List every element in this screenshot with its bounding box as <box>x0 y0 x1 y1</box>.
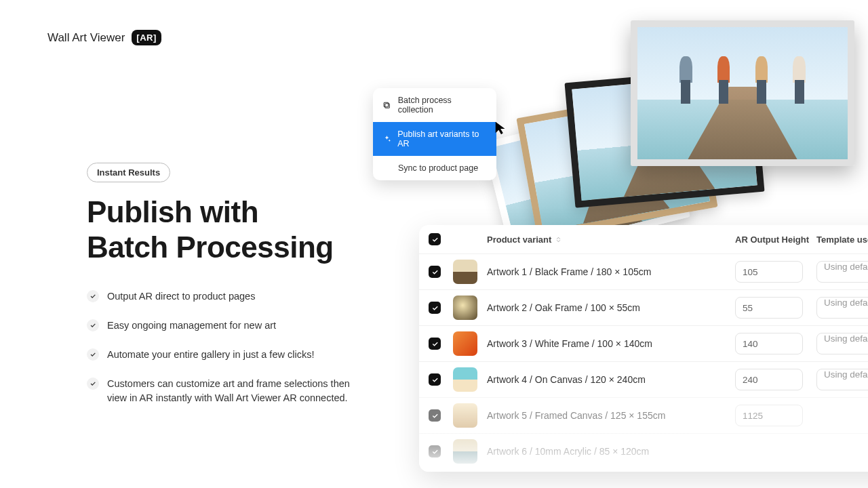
variant-label: Artwork 1 / Black Frame / 180 × 105cm <box>487 266 735 277</box>
menu-item-icon <box>382 163 392 173</box>
variant-label: Artwork 6 / 10mm Acrylic / 85 × 120cm <box>487 446 735 457</box>
check-icon <box>87 348 99 361</box>
variant-label: Artwork 5 / Framed Canvas / 125 × 155cm <box>487 410 735 421</box>
menu-item-batch-process-collection[interactable]: Batch process collection <box>373 88 496 122</box>
artwork-thumbnail <box>453 403 477 428</box>
illustration-stage: Batch process collectionPublish art vari… <box>380 0 868 488</box>
menu-item-icon <box>382 134 391 144</box>
cursor-icon <box>494 121 509 138</box>
menu-item-label: Batch process collection <box>398 96 487 115</box>
variant-label: Artwork 4 / On Canvas / 120 × 240cm <box>487 374 735 385</box>
headline: Publish with Batch Processing <box>87 195 372 265</box>
artwork-frame-hero <box>631 20 854 166</box>
menu-item-label: Sync to product page <box>398 163 478 173</box>
row-checkbox[interactable] <box>429 409 441 422</box>
logo-ar-badge: [AR] <box>132 30 161 45</box>
table-row: Artwork 5 / Framed Canvas / 125 × 155cm <box>419 397 868 433</box>
feature-list: Output AR direct to product pagesEasy on… <box>87 289 372 405</box>
hero-copy: Instant Results Publish with Batch Proce… <box>87 163 372 420</box>
feature-item: Customers can customize art and frame se… <box>87 377 372 405</box>
ar-height-input[interactable] <box>735 405 803 426</box>
template-select[interactable]: Using defau <box>816 333 868 354</box>
row-checkbox[interactable] <box>429 373 441 386</box>
table-row: Artwork 1 / Black Frame / 180 × 105cmUsi… <box>419 253 868 289</box>
table-row: Artwork 4 / On Canvas / 120 × 240cmUsing… <box>419 361 868 397</box>
menu-item-publish-art-variants-to-ar[interactable]: Publish art variants to AR <box>373 122 496 156</box>
feature-text: Automate your entire gallery in just a f… <box>107 348 314 362</box>
table-row: Artwork 6 / 10mm Acrylic / 85 × 120cm <box>419 433 868 469</box>
feature-item: Easy ongoing management for new art <box>87 319 372 333</box>
sort-icon <box>555 236 562 243</box>
artwork-thumbnail <box>453 367 477 392</box>
variants-table-panel: Product variant AR Output Height Templat… <box>419 225 868 472</box>
app-logo: Wall Art Viewer [AR] <box>47 30 161 45</box>
row-checkbox[interactable] <box>429 338 441 350</box>
headline-line-2: Batch Processing <box>87 230 334 264</box>
row-checkbox[interactable] <box>429 445 441 458</box>
svg-rect-1 <box>384 102 389 107</box>
check-icon <box>87 290 99 302</box>
artwork-thumbnail <box>453 331 477 356</box>
ar-height-input[interactable] <box>735 261 803 283</box>
col-template-used: Template used <box>816 235 868 245</box>
select-all-checkbox[interactable] <box>429 233 441 245</box>
artwork-thumbnail <box>453 439 477 464</box>
feature-text: Customers can customize art and frame se… <box>107 377 372 405</box>
headline-line-1: Publish with <box>87 195 258 228</box>
template-select[interactable]: Using defau <box>816 369 868 390</box>
template-select[interactable]: Using defau <box>816 261 868 283</box>
table-header-row: Product variant AR Output Height Templat… <box>419 225 868 253</box>
check-icon <box>87 378 99 390</box>
action-menu: Batch process collectionPublish art vari… <box>373 88 496 180</box>
artwork-thumbnail <box>453 260 477 284</box>
ar-height-input[interactable] <box>735 297 803 319</box>
svg-rect-0 <box>385 103 390 108</box>
menu-item-icon <box>382 100 392 110</box>
ar-height-input[interactable] <box>735 369 803 390</box>
template-select[interactable]: Using defau <box>816 297 868 319</box>
table-row: Artwork 2 / Oak Frame / 100 × 55cmUsing … <box>419 289 868 325</box>
variant-label: Artwork 3 / White Frame / 100 × 140cm <box>487 338 735 349</box>
ar-height-input[interactable] <box>735 333 803 354</box>
variant-label: Artwork 2 / Oak Frame / 100 × 55cm <box>487 302 735 313</box>
col-ar-output-height: AR Output Height <box>735 235 816 245</box>
feature-text: Easy ongoing management for new art <box>107 319 276 333</box>
feature-item: Output AR direct to product pages <box>87 289 372 304</box>
row-checkbox[interactable] <box>429 266 441 278</box>
feature-item: Automate your entire gallery in just a f… <box>87 348 372 362</box>
menu-item-sync-to-product-page[interactable]: Sync to product page <box>373 156 496 180</box>
row-checkbox[interactable] <box>429 302 441 314</box>
tag-pill: Instant Results <box>87 163 170 182</box>
artwork-thumbnail <box>453 296 477 320</box>
menu-item-label: Publish art variants to AR <box>397 129 487 148</box>
check-icon <box>87 319 99 331</box>
feature-text: Output AR direct to product pages <box>107 289 255 304</box>
logo-text: Wall Art Viewer <box>47 31 125 45</box>
col-product-variant[interactable]: Product variant <box>487 235 735 245</box>
table-row: Artwork 3 / White Frame / 100 × 140cmUsi… <box>419 325 868 361</box>
